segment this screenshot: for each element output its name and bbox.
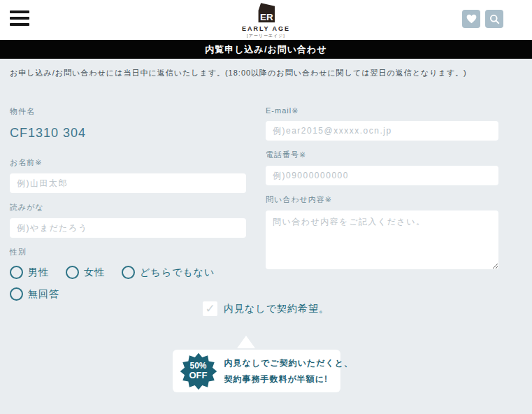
phone-label: 電話番号※ <box>266 150 498 160</box>
email-input[interactable] <box>266 121 498 141</box>
fifty-percent-off-badge: 50% OFF <box>180 352 217 390</box>
check-icon: ✓ <box>205 303 215 315</box>
form-area: お申し込み/お問い合わせには当日中に返信いたします。(18:00以降のお問い合わ… <box>0 59 532 414</box>
name-group: お名前※ <box>10 157 246 193</box>
kana-group: 読みがな <box>10 202 246 238</box>
property-name-label: 物件名 <box>10 106 246 117</box>
logo-subtitle: [アーリーエイジ] <box>247 33 285 39</box>
phone-group: 電話番号※ <box>266 150 498 185</box>
promo-box: 50% OFF 内見なしでご契約いただくと、 契約事務手数料が半額に! <box>173 350 340 392</box>
promo-line1: 内見なしでご契約いただくと、 <box>224 355 354 371</box>
property-name-value: CF1310 304 <box>10 126 246 141</box>
header: ER EARLY AGE [アーリーエイジ] <box>0 0 532 40</box>
promo-line2: 契約事務手数料が半額に! <box>224 371 354 387</box>
svg-text:ER: ER <box>260 12 273 22</box>
page-title: 内覧申し込み/お問い合わせ <box>205 43 326 56</box>
reply-notice: お申し込み/お問い合わせには当日中に返信いたします。(18:00以降のお問い合わ… <box>10 68 467 78</box>
phone-input[interactable] <box>266 166 498 185</box>
radio-circle-icon[interactable] <box>10 287 23 301</box>
radio-circle-icon[interactable] <box>122 266 135 279</box>
gender-option-label: どちらでもない <box>140 266 215 279</box>
gender-radio-female[interactable]: 女性 <box>66 266 105 279</box>
gender-option-label: 女性 <box>84 266 105 279</box>
logo-title: EARLY AGE <box>242 25 290 32</box>
inquiry-group: 問い合わせ内容※ <box>266 194 498 272</box>
logo-house-icon: ER <box>254 3 279 24</box>
name-input[interactable] <box>10 173 246 193</box>
badge-off: OFF <box>189 371 208 380</box>
kana-input[interactable] <box>10 218 246 238</box>
search-icon <box>489 14 500 24</box>
gender-radio-male[interactable]: 男性 <box>10 266 49 279</box>
property-name-group: 物件名 CF1310 304 <box>10 106 246 141</box>
radio-circle-icon[interactable] <box>10 266 23 279</box>
gender-group: 性別 男性 女性 どちらでもない <box>10 247 246 301</box>
gender-radio-no-answer[interactable]: 無回答 <box>10 287 59 301</box>
inquiry-textarea[interactable] <box>266 210 498 269</box>
site-logo[interactable]: ER EARLY AGE [アーリーエイジ] <box>242 3 290 39</box>
name-label: お名前※ <box>10 157 246 168</box>
kana-label: 読みがな <box>10 202 246 213</box>
page-title-bar: 内覧申し込み/お問い合わせ <box>0 40 532 59</box>
radio-circle-icon[interactable] <box>66 266 79 279</box>
gender-radio-neither[interactable]: どちらでもない <box>122 266 215 279</box>
hamburger-menu-icon[interactable] <box>10 10 29 26</box>
no-viewing-checkbox[interactable]: ✓ <box>203 301 217 316</box>
email-label: E-mail※ <box>266 106 498 115</box>
email-group: E-mail※ <box>266 106 498 141</box>
promo-bubble: 50% OFF 内見なしでご契約いただくと、 契約事務手数料が半額に! <box>173 336 340 392</box>
heart-icon <box>466 14 477 24</box>
gender-label: 性別 <box>10 247 246 257</box>
bubble-pointer <box>237 336 255 348</box>
favorites-button[interactable] <box>462 10 480 28</box>
gender-option-label: 無回答 <box>28 288 59 301</box>
search-button[interactable] <box>485 10 503 28</box>
no-viewing-consent: ✓ 内見なしで契約希望。 <box>0 301 532 316</box>
no-viewing-label: 内見なしで契約希望。 <box>224 303 329 315</box>
inquiry-label: 問い合わせ内容※ <box>266 194 498 205</box>
gender-option-label: 男性 <box>28 266 49 279</box>
